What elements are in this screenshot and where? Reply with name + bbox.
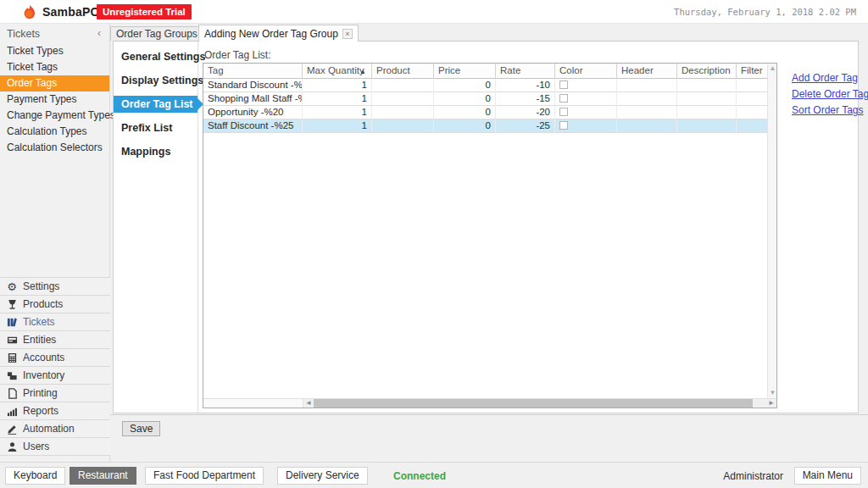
module-label: Accounts	[23, 349, 64, 366]
subnav-item-display-settings[interactable]: Display Settings	[114, 72, 198, 89]
sidebar-item-order-tags[interactable]: Order Tags	[0, 75, 109, 92]
gear-icon: ⚙	[6, 280, 18, 292]
order-tag-actions: Add Order TagDelete Order TagSort Order …	[792, 70, 866, 119]
sidebar-nav-list: Ticket TypesTicket TagsOrder TagsPayment…	[0, 43, 109, 156]
module-item-inventory[interactable]: Inventory	[0, 367, 110, 385]
color-checkbox[interactable]	[559, 94, 568, 103]
save-button[interactable]: Save	[122, 421, 160, 436]
column-header-max-quantity[interactable]: Max Quantity▲	[303, 64, 372, 79]
tab-content-panel: General SettingsDisplay SettingsOrder Ta…	[113, 41, 859, 413]
cell-rate: -25	[496, 119, 555, 133]
vertical-scrollbar[interactable]: ▲ ▼	[767, 64, 776, 398]
cell-description	[677, 119, 737, 133]
cell-product	[372, 79, 434, 92]
sidebar-section-title: Tickets	[7, 28, 40, 40]
column-header-price[interactable]: Price	[434, 64, 496, 79]
color-checkbox[interactable]	[559, 80, 568, 89]
column-header-color[interactable]: Color	[555, 64, 617, 79]
module-label: Products	[23, 296, 63, 313]
scroll-down-icon[interactable]: ▼	[768, 388, 777, 398]
module-item-products[interactable]: Products	[0, 296, 110, 313]
bottom-status-bar: KeyboardRestaurantFast Food DepartmentDe…	[0, 462, 868, 488]
subnav-item-mappings[interactable]: Mappings	[114, 143, 198, 160]
table-row[interactable]: Shopping Mall Staff -%1510-15	[203, 92, 776, 106]
clock-datetime: Thursday, February 1, 2018 2.02 PM	[674, 7, 856, 17]
module-item-settings[interactable]: ⚙Settings	[0, 278, 110, 296]
sidebar-section-header: Tickets ‹	[0, 24, 109, 43]
color-checkbox[interactable]	[559, 108, 568, 116]
main-menu-button[interactable]: Main Menu	[794, 467, 861, 485]
scroll-up-icon[interactable]: ▲	[768, 64, 777, 74]
column-header-description[interactable]: Description	[677, 64, 737, 79]
cell-filter	[737, 92, 768, 106]
sidebar-item-ticket-types[interactable]: Ticket Types	[0, 43, 109, 59]
sidebar-item-calculation-types[interactable]: Calculation Types	[0, 124, 109, 140]
scroll-right-icon[interactable]: ►	[766, 399, 776, 408]
table-header-row: TagMax Quantity▲ProductPriceRateColorHea…	[203, 64, 776, 79]
cell-tag: Standard Discount -%10	[203, 79, 303, 92]
module-item-users[interactable]: Users	[0, 438, 110, 456]
order-tag-table: TagMax Quantity▲ProductPriceRateColorHea…	[203, 63, 777, 408]
sidebar-item-change-payment-types[interactable]: Change Payment Types	[0, 108, 109, 124]
column-header-product[interactable]: Product	[372, 64, 434, 79]
table-row[interactable]: Standard Discount -%1010-10	[203, 79, 776, 92]
table-row[interactable]: Opportunity -%2010-20	[203, 106, 776, 119]
tab-adding-new-order-tag-group[interactable]: Adding New Order Tag Group×	[198, 25, 359, 42]
scrollbar-track[interactable]	[753, 399, 766, 408]
chevron-left-icon[interactable]: ‹	[97, 27, 101, 39]
scroll-left-icon[interactable]: ◄	[303, 399, 314, 408]
tab-label: Order Tag Groups	[116, 27, 198, 41]
cell-description	[677, 79, 737, 92]
connection-status: Connected	[393, 470, 446, 482]
module-label: Automation	[23, 420, 75, 437]
add-order-tag-link[interactable]: Add Order Tag	[792, 70, 866, 86]
scrollbar-thumb[interactable]	[314, 399, 753, 408]
column-header-filter[interactable]: Filter	[737, 64, 768, 79]
module-item-tickets[interactable]: Tickets	[0, 313, 110, 331]
logged-in-user: Administrator	[723, 470, 783, 482]
boxes-icon	[6, 369, 18, 381]
sambapos-window: SambaPOS Unregistered Trial Thursday, Fe…	[0, 0, 868, 488]
column-header-rate[interactable]: Rate	[496, 64, 555, 79]
cell-header	[617, 92, 677, 106]
cell-price: 0	[434, 92, 496, 106]
module-item-accounts[interactable]: Accounts	[0, 349, 110, 367]
scrollbar-track[interactable]	[203, 399, 303, 408]
delivery-service-button[interactable]: Delivery Service	[277, 467, 368, 485]
module-item-entities[interactable]: Entities	[0, 331, 110, 349]
horizontal-scrollbar[interactable]: ◄ ►	[203, 398, 776, 408]
table-row[interactable]: Staff Discount -%2510-25	[203, 119, 776, 133]
pencil-icon	[6, 423, 18, 435]
module-item-reports[interactable]: Reports	[0, 402, 110, 420]
tab-label: Adding New Order Tag Group	[204, 27, 338, 41]
goblet-icon	[6, 298, 18, 310]
module-label: Tickets	[23, 313, 55, 330]
tickets-icon	[6, 316, 18, 328]
column-header-header[interactable]: Header	[617, 64, 677, 79]
cell-filter	[737, 119, 768, 133]
cell-rate: -20	[496, 106, 555, 119]
subnav-item-general-settings[interactable]: General Settings	[114, 48, 198, 65]
cell-filter	[737, 106, 768, 119]
sidebar-item-ticket-tags[interactable]: Ticket Tags	[0, 59, 109, 75]
tab-close-icon[interactable]: ×	[342, 29, 353, 39]
cell-rate: -10	[496, 79, 555, 92]
delete-order-tag-link[interactable]: Delete Order Tag	[792, 86, 866, 103]
keyboard-button[interactable]: Keyboard	[5, 467, 65, 485]
tab-strip: Order Tag Groups×Adding New Order Tag Gr…	[110, 24, 868, 41]
command-bar: Save	[110, 414, 868, 462]
sort-asc-icon: ▲	[359, 64, 366, 79]
fast-food-department-button[interactable]: Fast Food Department	[145, 467, 264, 485]
column-header-tag[interactable]: Tag	[203, 64, 303, 79]
cell-filter	[737, 79, 768, 92]
sidebar-item-calculation-selectors[interactable]: Calculation Selectors	[0, 140, 109, 156]
sort-order-tags-link[interactable]: Sort Order Tags	[792, 103, 866, 119]
sidebar-item-payment-types[interactable]: Payment Types	[0, 92, 109, 108]
subnav-item-prefix-list[interactable]: Prefix List	[114, 119, 198, 136]
cell-product	[372, 106, 434, 119]
module-item-automation[interactable]: Automation	[0, 420, 110, 438]
subnav-item-order-tag-list[interactable]: Order Tag List	[114, 96, 198, 113]
restaurant-button[interactable]: Restaurant	[70, 467, 136, 485]
color-checkbox[interactable]	[559, 121, 568, 130]
module-item-printing[interactable]: Printing	[0, 385, 110, 402]
